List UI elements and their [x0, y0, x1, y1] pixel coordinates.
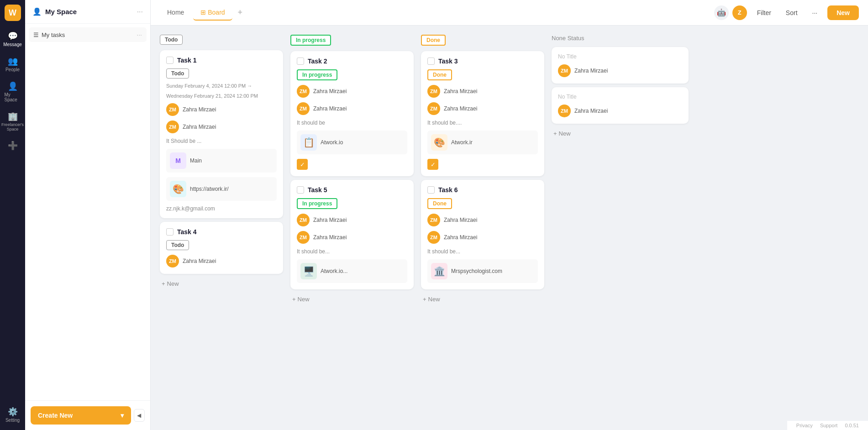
- sidebar-item-people[interactable]: 👥 People: [2, 53, 24, 75]
- avatar: ZM: [166, 103, 179, 116]
- card-description: It should be...: [427, 248, 538, 255]
- avatar: ZM: [297, 102, 310, 115]
- create-new-button[interactable]: Create New ▾: [31, 406, 131, 425]
- link-icon: 🎨: [431, 134, 447, 151]
- assignee-name: Zahra Mirzaei: [183, 124, 216, 130]
- assignee-row-2: ZM Zahra Mirzaei: [166, 121, 277, 133]
- column-header-done: Done: [421, 35, 544, 46]
- card-link-preview[interactable]: 🖥️ Atwork.io...: [297, 259, 407, 283]
- sidebar: W 💬 Message 👥 People 👤 My Space 🏢 Freela…: [0, 0, 25, 430]
- message-icon: 💬: [8, 31, 18, 41]
- task-checkbox[interactable]: [427, 58, 435, 65]
- card-link-preview[interactable]: 📋 Atwork.io: [297, 131, 407, 154]
- assignee-name: Zahra Mirzaei: [444, 105, 477, 112]
- assignee-row-1: ZM Zahra Mirzaei: [427, 85, 538, 98]
- assignee-name: Zahra Mirzaei: [444, 88, 477, 94]
- card-attachment-preview[interactable]: 🎨 https://atwork.ir/: [166, 177, 277, 201]
- panel-menu-button[interactable]: ···: [137, 8, 143, 16]
- card-footer: ✓: [427, 159, 538, 170]
- link-name: Atwork.ir: [451, 139, 473, 146]
- tasks-dots-menu[interactable]: ···: [137, 31, 142, 38]
- more-options-button[interactable]: ···: [808, 6, 822, 19]
- add-new-done[interactable]: + New: [421, 293, 544, 305]
- top-bar-actions: 🤖 Z Filter Sort ··· New: [714, 5, 859, 20]
- left-panel-content: ☰ My tasks ···: [25, 24, 150, 400]
- card-description: It should be...: [297, 248, 407, 255]
- setting-icon: ⚙️: [8, 407, 18, 417]
- link-icon: 🏛️: [431, 263, 447, 279]
- task-card-4: Task 4 Todo ZM Zahra Mirzaei: [160, 222, 283, 274]
- assignee-row-2: ZM Zahra Mirzaei: [297, 231, 407, 244]
- task-checkbox[interactable]: [297, 58, 304, 65]
- add-new-none[interactable]: + New: [552, 127, 689, 140]
- sidebar-item-message[interactable]: 💬 Message: [2, 28, 24, 50]
- avatar: ZM: [427, 214, 440, 226]
- board-tab-icon: ⊞: [200, 9, 206, 16]
- assignee-name: Zahra Mirzaei: [313, 105, 347, 112]
- assignee-row-1: ZM Zahra Mirzaei: [166, 255, 277, 267]
- card-link-preview[interactable]: 🎨 Atwork.ir: [427, 131, 538, 154]
- assignee-row-2: ZM Zahra Mirzaei: [427, 231, 538, 244]
- card-status-badge: In progress: [297, 69, 337, 80]
- no-title-label: No Title: [558, 53, 682, 60]
- card-header: Task 2: [297, 58, 407, 65]
- card-date-end: Wednesday February 21, 2024 12:00 PM: [166, 93, 277, 99]
- board-container: Todo Task 1 Todo Sunday February 4, 2024…: [151, 26, 868, 430]
- card-email: zz.njk.k@gmail.com: [166, 205, 277, 212]
- assignee-name: Zahra Mirzaei: [183, 106, 216, 113]
- tab-board[interactable]: ⊞ Board: [193, 5, 232, 21]
- task-card-5: Task 5 In progress ZM Zahra Mirzaei ZM Z…: [290, 180, 414, 289]
- task-checkbox[interactable]: [297, 186, 304, 194]
- task-checkbox[interactable]: [427, 186, 435, 194]
- status-badge-done: Done: [421, 35, 446, 46]
- sort-button[interactable]: Sort: [781, 6, 802, 19]
- add-tab-button[interactable]: +: [234, 6, 247, 19]
- add-new-todo[interactable]: + New: [160, 278, 283, 290]
- card-link-preview[interactable]: 🏛️ Mrspsychologist.com: [427, 259, 538, 283]
- notifications-button[interactable]: 🤖: [714, 5, 729, 20]
- assignee-row-1: ZM Zahra Mirzaei: [297, 85, 407, 98]
- sidebar-item-label: Setting: [5, 418, 20, 423]
- card-title: Task 4: [177, 228, 197, 236]
- version-number: 0.0.51: [845, 423, 859, 428]
- link-name: Main: [190, 157, 202, 164]
- person-icon: 👤: [32, 7, 42, 16]
- user-avatar[interactable]: Z: [732, 5, 747, 20]
- card-status-badge: Todo: [166, 68, 189, 79]
- my-tasks-label: ☰ My tasks: [33, 31, 65, 38]
- sidebar-item-label: My Space: [5, 92, 21, 102]
- tab-home[interactable]: Home: [160, 5, 191, 21]
- avatar: ZM: [166, 121, 179, 133]
- app-logo[interactable]: W: [5, 5, 21, 21]
- assignee-row: ZM Zahra Mirzaei: [558, 64, 682, 77]
- sidebar-item-setting[interactable]: ⚙️ Setting: [2, 404, 24, 425]
- support-link[interactable]: Support: [820, 423, 838, 428]
- card-header: Task 5: [297, 186, 407, 194]
- card-header: Task 1: [166, 57, 277, 64]
- card-header: Task 3: [427, 58, 538, 65]
- card-link-preview[interactable]: M Main: [166, 149, 277, 173]
- card-description: It Should be ...: [166, 138, 277, 144]
- assignee-row-1: ZM Zahra Mirzaei: [427, 214, 538, 226]
- filter-button[interactable]: Filter: [752, 6, 776, 19]
- card-date: Sunday February 4, 2024 12:00 PM →: [166, 83, 277, 89]
- sidebar-item-add[interactable]: ➕: [2, 138, 24, 153]
- add-new-inprogress[interactable]: + New: [290, 293, 414, 305]
- task-checkbox[interactable]: [166, 228, 174, 236]
- my-tasks-item[interactable]: ☰ My tasks ···: [29, 27, 147, 42]
- privacy-link[interactable]: Privacy: [796, 423, 813, 428]
- no-title-card-2: No Title ZM Zahra Mirzaei: [552, 87, 689, 124]
- space-title: My Space: [45, 8, 77, 16]
- task-checkbox[interactable]: [166, 57, 174, 64]
- sidebar-item-myspace[interactable]: 👤 My Space: [2, 79, 24, 105]
- card-status-badge: Todo: [166, 240, 189, 250]
- column-header-inprogress: In progress: [290, 35, 414, 46]
- new-button[interactable]: New: [827, 5, 859, 20]
- collapse-panel-button[interactable]: ◀: [134, 409, 145, 422]
- version-bar: Privacy Support 0.0.51: [787, 421, 868, 430]
- column-inprogress: In progress Task 2 In progress ZM Zahra …: [290, 35, 414, 305]
- sidebar-item-freelancer[interactable]: 🏢 Freelancer's Space: [2, 109, 24, 134]
- left-panel-title: 👤 My Space: [32, 7, 77, 16]
- card-title: Task 5: [308, 186, 327, 194]
- card-title: Task 3: [438, 58, 458, 65]
